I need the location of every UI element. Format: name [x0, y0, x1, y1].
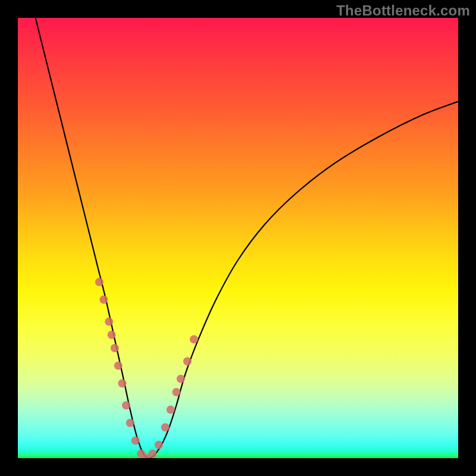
- marker-dot: [122, 401, 130, 409]
- watermark-text: TheBottleneck.com: [336, 2, 470, 19]
- highlight-markers: [95, 278, 198, 458]
- chart-svg: [18, 18, 458, 458]
- chart-frame: TheBottleneck.com: [0, 0, 476, 476]
- marker-dot: [190, 335, 198, 343]
- marker-dot: [111, 344, 119, 352]
- marker-dot: [108, 331, 116, 339]
- marker-dot: [114, 362, 123, 370]
- marker-dot: [148, 450, 156, 458]
- bottleneck-curve: [36, 18, 458, 458]
- marker-dot: [167, 406, 175, 414]
- plot-area: [18, 18, 458, 458]
- marker-dot: [126, 419, 134, 427]
- marker-dot: [105, 318, 113, 326]
- marker-dot: [183, 357, 192, 365]
- marker-dot: [99, 296, 108, 304]
- marker-dot: [177, 375, 185, 383]
- marker-dot: [172, 388, 180, 396]
- marker-dot: [155, 441, 163, 449]
- marker-dot: [161, 423, 170, 431]
- marker-dot: [131, 436, 140, 444]
- marker-dot: [118, 379, 126, 387]
- marker-dot: [95, 278, 104, 286]
